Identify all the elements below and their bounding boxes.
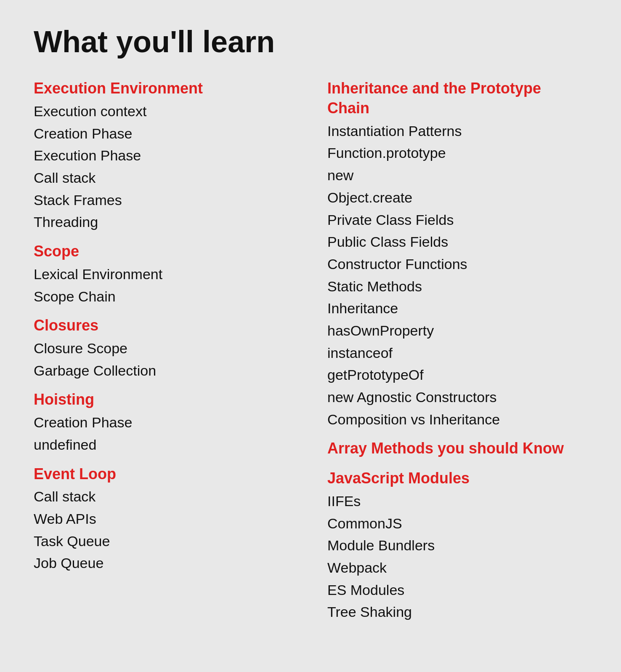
section-item: Function.prototype [327, 142, 587, 164]
section-item: Job Queue [34, 552, 294, 574]
section-header: Execution Environment [34, 79, 294, 99]
section-item: undefined [34, 434, 294, 456]
section-item: Creation Phase [34, 411, 294, 434]
section-item: Instantiation Patterns [327, 120, 587, 142]
section-item: CommonJS [327, 512, 587, 535]
section-header: Array Methods you should Know [327, 439, 587, 459]
section-item: Threading [34, 211, 294, 233]
section-item: new Agnostic Constructors [327, 386, 587, 408]
section-header: Closures [34, 316, 294, 336]
section-item: Object.create [327, 187, 587, 209]
section-item: Tree Shaking [327, 601, 587, 623]
section-item: Scope Chain [34, 285, 294, 308]
section-item: Constructor Functions [327, 253, 587, 275]
section-item: Lexical Environment [34, 263, 294, 285]
section-item: hasOwnProperty [327, 320, 587, 342]
section-item: Closure Scope [34, 337, 294, 360]
section-item: Webpack [327, 557, 587, 579]
section-item: new [327, 164, 587, 187]
section-item: Static Methods [327, 275, 587, 298]
section-header: Hoisting [34, 390, 294, 410]
section-item: Call stack [34, 167, 294, 189]
section-item: Call stack [34, 485, 294, 508]
section-item: Task Queue [34, 530, 294, 552]
right-column: Inheritance and the Prototype ChainInsta… [327, 79, 587, 623]
section-header: Event Loop [34, 464, 294, 484]
section-item: Composition vs Inheritance [327, 408, 587, 431]
section-item: Execution context [34, 100, 294, 123]
section-item: Private Class Fields [327, 209, 587, 231]
section-item: Garbage Collection [34, 360, 294, 382]
section-item: IIFEs [327, 490, 587, 512]
section-item: Execution Phase [34, 144, 294, 167]
left-column: Execution EnvironmentExecution contextCr… [34, 79, 294, 574]
section-item: Module Bundlers [327, 534, 587, 557]
page-title: What you'll learn [34, 25, 587, 59]
section-item: getPrototypeOf [327, 364, 587, 386]
section-header: Scope [34, 242, 294, 261]
section-header: Inheritance and the Prototype Chain [327, 79, 587, 118]
section-item: Public Class Fields [327, 231, 587, 253]
section-item: Web APIs [34, 508, 294, 530]
section-item: Inheritance [327, 297, 587, 320]
section-header: JavaScript Modules [327, 469, 587, 488]
section-item: ES Modules [327, 579, 587, 601]
section-item: Creation Phase [34, 123, 294, 145]
section-item: instanceof [327, 342, 587, 364]
section-item: Stack Frames [34, 189, 294, 211]
content-grid: Execution EnvironmentExecution contextCr… [34, 79, 587, 623]
